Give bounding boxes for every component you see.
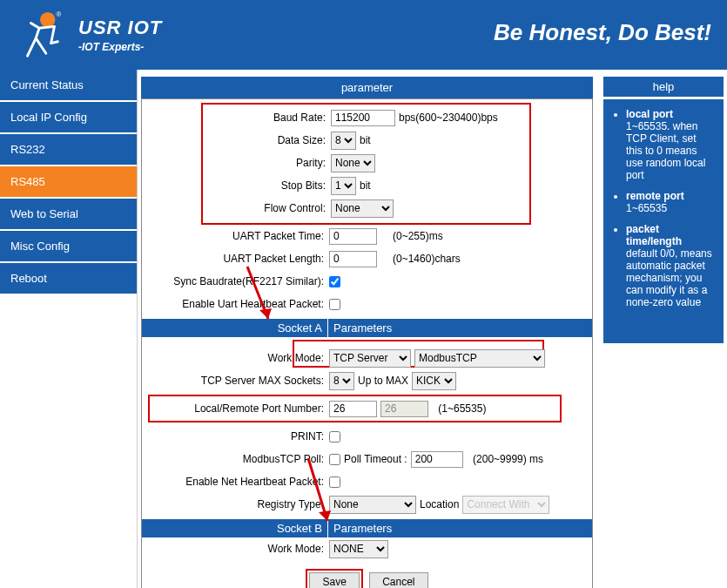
- help-item: local port1~65535. when TCP Client, set …: [626, 108, 715, 181]
- uart-packet-length-input[interactable]: [329, 251, 377, 267]
- net-heartbeat-checkbox[interactable]: [329, 476, 340, 488]
- data-size-hint: bit: [360, 134, 371, 146]
- header: ® USR IOT -IOT Experts- Be Honest, Do Be…: [0, 0, 727, 70]
- work-mode-a-select[interactable]: TCP Server: [329, 349, 411, 368]
- work-mode-a-label: Work Mode:: [142, 352, 329, 364]
- button-row: Save Cancel: [142, 569, 592, 588]
- poll-timeout-hint: (200~9999) ms: [473, 453, 543, 465]
- sidebar-item-current-status[interactable]: Current Status: [0, 70, 137, 102]
- parity-label: Parity:: [203, 157, 331, 169]
- registry-type-label: Registry Type:: [142, 498, 329, 510]
- stop-bits-hint: bit: [360, 179, 371, 192]
- registry-location-label: Location: [420, 498, 459, 510]
- max-sockets-mid: Up to MAX: [358, 375, 408, 387]
- baud-rate-input[interactable]: [331, 110, 395, 126]
- port-hint: (1~65535): [438, 402, 486, 415]
- work-mode-a-proto-select[interactable]: ModbusTCP: [414, 349, 545, 368]
- max-sockets-kick-select[interactable]: KICK: [412, 372, 456, 390]
- brand-subtitle: -IOT Experts-: [78, 41, 162, 53]
- highlight-serial: Baud Rate: bps(600~230400)bps Data Size:…: [201, 103, 531, 225]
- uart-packet-time-hint: (0~255)ms: [393, 230, 443, 242]
- socket-b-header: Socket B Parameters: [142, 519, 592, 537]
- socket-b-header-right: Parameters: [328, 519, 592, 537]
- baud-rate-label: Baud Rate:: [203, 112, 331, 124]
- highlight-port: Local/Remote Port Number: (1~65535): [148, 395, 562, 422]
- poll-timeout-label: Poll Timeout :: [344, 453, 407, 465]
- slogan: Be Honest, Do Best!: [494, 19, 711, 46]
- uart-heartbeat-checkbox[interactable]: [329, 299, 340, 310]
- help-title: help: [603, 77, 724, 97]
- sidebar-item-rs232[interactable]: RS232: [0, 134, 137, 166]
- modbus-poll-label: ModbusTCP Poll:: [142, 453, 329, 465]
- work-mode-b-label: Work Mode:: [142, 543, 329, 555]
- baud-rate-hint: bps(600~230400)bps: [399, 112, 498, 124]
- help-item: packet time/lengthdefault 0/0, means aut…: [626, 223, 715, 308]
- max-sockets-select[interactable]: 8: [329, 372, 354, 390]
- flow-control-label: Flow Control:: [203, 202, 331, 214]
- help-body: local port1~65535. when TCP Client, set …: [603, 99, 724, 343]
- data-size-label: Data Size:: [203, 134, 331, 146]
- main-panel: parameter Baud Rate: bps(600~230400)bps …: [138, 70, 596, 588]
- registry-type-select[interactable]: None: [329, 496, 416, 514]
- socket-b-header-left: Socket B: [142, 519, 328, 537]
- uart-packet-length-label: UART Packet Length:: [142, 253, 329, 265]
- svg-text:®: ®: [56, 10, 61, 18]
- local-port-input[interactable]: [329, 401, 377, 417]
- highlight-save: Save: [306, 569, 362, 588]
- socket-a-header-left: Socket A: [142, 319, 328, 337]
- help-panel: help local port1~65535. when TCP Client,…: [596, 70, 727, 588]
- socket-a-header: Socket A Parameters: [142, 319, 592, 337]
- sidebar-item-local-ip[interactable]: Local IP Config: [0, 102, 137, 134]
- sidebar-item-web-to-serial[interactable]: Web to Serial: [0, 199, 137, 231]
- parity-select[interactable]: None: [331, 154, 375, 172]
- data-size-select[interactable]: 8: [331, 132, 356, 150]
- help-item: remote port1~65535: [626, 190, 715, 214]
- net-heartbeat-label: Enable Net Heartbeat Packet:: [142, 476, 329, 488]
- uart-packet-time-label: UART Packet Time:: [142, 230, 329, 242]
- max-sockets-label: TCP Server MAX Sockets:: [142, 375, 329, 387]
- registry-location-select[interactable]: Connect With: [462, 496, 549, 514]
- stop-bits-select[interactable]: 1: [331, 177, 356, 195]
- cancel-button[interactable]: Cancel: [369, 572, 427, 588]
- sidebar-item-rs485[interactable]: RS485: [0, 166, 137, 199]
- save-button[interactable]: Save: [309, 572, 359, 588]
- stop-bits-label: Stop Bits:: [203, 179, 331, 192]
- logo-icon: ®: [16, 10, 66, 60]
- port-label: Local/Remote Port Number:: [150, 402, 329, 415]
- socket-a-header-right: Parameters: [328, 319, 592, 337]
- flow-control-select[interactable]: None: [331, 199, 394, 218]
- uart-heartbeat-label: Enable Uart Heartbeat Packet:: [142, 298, 329, 310]
- work-mode-b-select[interactable]: NONE: [329, 540, 388, 558]
- print-checkbox[interactable]: [329, 431, 340, 443]
- logo-box: ® USR IOT -IOT Experts-: [16, 10, 162, 60]
- uart-packet-time-input[interactable]: [329, 228, 377, 245]
- brand-title: USR IOT: [78, 17, 162, 39]
- sidebar: Current Status Local IP Config RS232 RS4…: [0, 70, 138, 588]
- sync-baudrate-label: Sync Baudrate(RF2217 Similar):: [142, 275, 329, 287]
- poll-timeout-input[interactable]: [411, 451, 463, 468]
- remote-port-input[interactable]: [380, 401, 428, 417]
- sidebar-item-misc-config[interactable]: Misc Config: [0, 231, 137, 263]
- svg-point-0: [40, 12, 55, 27]
- uart-packet-length-hint: (0~1460)chars: [393, 253, 461, 265]
- sidebar-item-reboot[interactable]: Reboot: [0, 263, 137, 295]
- panel-title: parameter: [141, 77, 593, 98]
- modbus-poll-checkbox[interactable]: [329, 454, 340, 465]
- sync-baudrate-checkbox[interactable]: [329, 276, 340, 287]
- print-label: PRINT:: [142, 430, 329, 443]
